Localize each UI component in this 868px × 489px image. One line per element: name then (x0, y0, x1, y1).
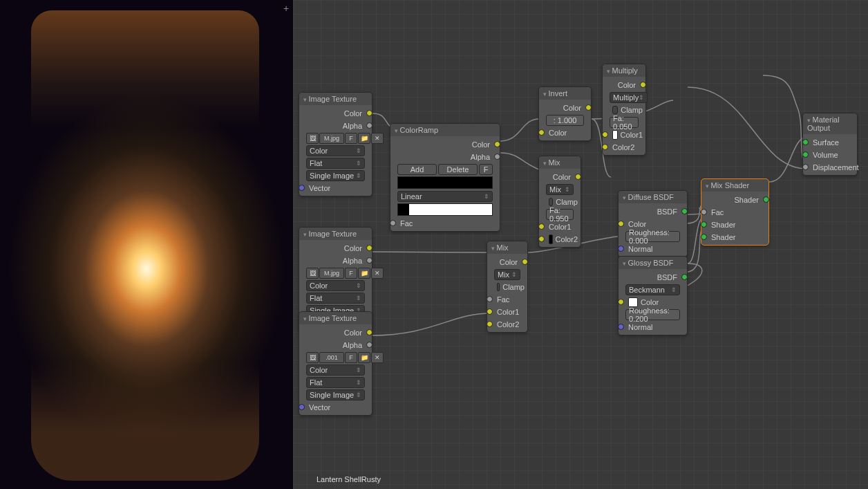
colorspace-select[interactable]: Color (306, 365, 365, 376)
mult-fac-value[interactable]: Fa: 0.050 (610, 117, 639, 128)
node-header[interactable]: Mix (539, 156, 581, 169)
node-header[interactable]: Mix Shader (701, 179, 768, 192)
node-header[interactable]: Mix (487, 241, 527, 254)
roughness-value[interactable]: Roughness: 0.200 (625, 309, 680, 320)
ramp-flip-button[interactable]: F (479, 164, 493, 175)
plus-icon[interactable]: + (283, 3, 289, 14)
node-mix-2[interactable]: Mix Color Mix Clamp Fac Color1 Color2 (487, 241, 528, 333)
node-mix-1[interactable]: Mix Color Mix Clamp Fa: 0.950 Color1 Col… (538, 156, 581, 248)
blend-select[interactable]: Mix (494, 269, 520, 280)
roughness-value[interactable]: Roughness: 0.000 (625, 231, 680, 242)
node-material-output[interactable]: Material Output Surface Volume Displacem… (802, 113, 858, 176)
node-header[interactable]: Image Texture (299, 312, 372, 324)
blend-select[interactable]: Multiply (610, 92, 648, 103)
node-editor[interactable]: Image Texture Color Alpha 🖼M.jpgF📁✕ Colo… (293, 0, 868, 489)
ramp-delete-button[interactable]: Delete (438, 164, 478, 175)
node-header[interactable]: Image Texture (299, 228, 372, 240)
image-browse-group[interactable]: 🖼M.jpgF📁✕ (306, 268, 384, 279)
node-colorramp[interactable]: ColorRamp Color Alpha AddDeleteF Linear … (390, 123, 500, 232)
colorspace-select[interactable]: Color (306, 145, 365, 156)
projection-select[interactable]: Flat (306, 377, 365, 388)
color1-swatch[interactable] (612, 130, 618, 140)
color-swatch[interactable] (628, 297, 638, 307)
material-name-label: Lantern ShellRusty (317, 475, 381, 483)
node-header[interactable]: Material Output (803, 113, 857, 134)
node-diffuse-bsdf[interactable]: Diffuse BSDF BSDF Color Roughness: 0.000… (618, 190, 688, 257)
node-header[interactable]: Multiply (603, 64, 645, 77)
invert-fac-value[interactable]: : 1.000 (546, 115, 584, 126)
node-image-texture-1[interactable]: Image Texture Color Alpha 🖼M.jpgF📁✕ Colo… (299, 92, 372, 196)
distribution-select[interactable]: Beckmann (625, 284, 680, 295)
projection-select[interactable]: Flat (306, 158, 365, 169)
mix-fac-value[interactable]: Fa: 0.950 (546, 209, 574, 220)
source-select[interactable]: Single Image (306, 170, 365, 181)
colorramp-slider[interactable] (397, 176, 493, 189)
node-mix-shader[interactable]: Mix Shader Shader Fac Shader Shader (701, 178, 769, 246)
image-browse-group[interactable]: 🖼.001F📁✕ (306, 352, 384, 363)
ramp-add-button[interactable]: Add (397, 164, 437, 175)
node-invert[interactable]: Invert Color : 1.000 Color (538, 86, 592, 141)
projection-select[interactable]: Flat (306, 293, 365, 304)
source-select[interactable]: Single Image (306, 389, 365, 400)
node-header[interactable]: ColorRamp (390, 124, 500, 136)
blend-select[interactable]: Mix (546, 184, 574, 195)
render-preview (0, 0, 293, 489)
node-glossy-bsdf[interactable]: Glossy BSDF BSDF Beckmann Color Roughnes… (618, 256, 688, 335)
node-header[interactable]: Glossy BSDF (619, 257, 687, 269)
colorramp-gradient[interactable] (397, 203, 493, 216)
node-multiply[interactable]: Multiply Color Multiply Clamp Fa: 0.050 … (602, 64, 646, 156)
clamp-checkbox[interactable] (612, 106, 618, 114)
clamp-checkbox[interactable] (497, 283, 500, 291)
node-image-texture-3[interactable]: Image Texture Color Alpha 🖼.001F📁✕ Color… (299, 311, 372, 416)
node-header[interactable]: Image Texture (299, 93, 372, 105)
node-header[interactable]: Invert (539, 87, 591, 100)
node-header[interactable]: Diffuse BSDF (619, 191, 687, 203)
interp-select[interactable]: Linear (397, 191, 493, 202)
color2-swatch[interactable] (549, 234, 553, 244)
colorspace-select[interactable]: Color (306, 280, 365, 291)
clamp-checkbox[interactable] (549, 198, 553, 206)
image-browse-group[interactable]: 🖼M.jpgF📁✕ (306, 133, 384, 144)
